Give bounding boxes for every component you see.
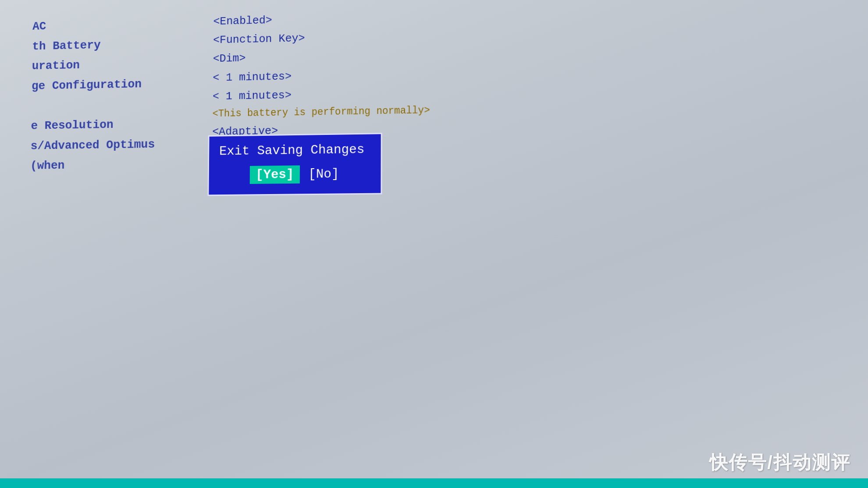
dialog-title: Exit Saving Changes bbox=[219, 142, 370, 159]
menu-item-blank bbox=[31, 93, 188, 116]
dialog-buttons: [Yes] [No] bbox=[219, 165, 370, 184]
left-menu-panel: AC th Battery uration ge Configuration e… bbox=[30, 9, 189, 176]
menu-item-uration: uration bbox=[32, 53, 188, 76]
yes-button[interactable]: [Yes] bbox=[250, 165, 300, 184]
watermark: 快传号/抖动测评 bbox=[709, 450, 850, 475]
menu-item-optimus: s/Advanced Optimus (when bbox=[30, 134, 187, 176]
no-button[interactable]: [No] bbox=[308, 166, 339, 181]
menu-item-ge-config: ge Configuration bbox=[32, 73, 188, 96]
bios-screen: AC th Battery uration ge Configuration e… bbox=[13, 0, 868, 488]
exit-dialog: Exit Saving Changes [Yes] [No] bbox=[207, 133, 382, 196]
menu-item-battery: th Battery bbox=[32, 33, 188, 56]
menu-item-resolution: e Resolution bbox=[31, 113, 187, 136]
menu-item-ac: AC bbox=[32, 13, 189, 37]
bottom-bar bbox=[0, 478, 868, 488]
